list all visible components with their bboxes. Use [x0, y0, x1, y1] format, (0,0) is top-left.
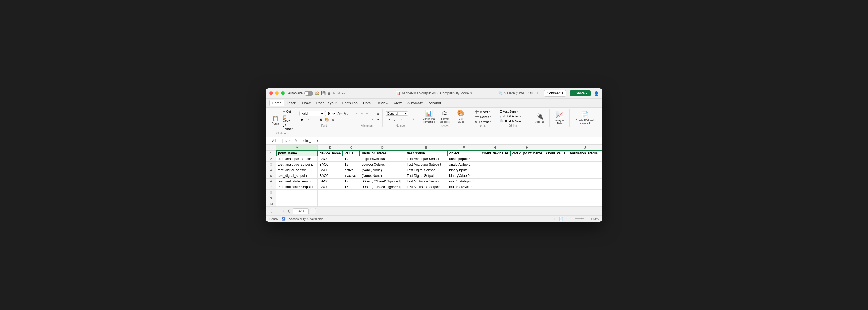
cell[interactable]: [510, 167, 544, 173]
cell[interactable]: cloud_value: [544, 151, 568, 156]
analyse-button[interactable]: 📈 Analyse Data: [553, 111, 567, 125]
cell[interactable]: [510, 190, 544, 195]
cell[interactable]: degreesCelsius: [360, 156, 405, 162]
cell[interactable]: [318, 190, 343, 195]
format-button[interactable]: ⚙ Format ▾: [473, 119, 493, 124]
cell[interactable]: [544, 173, 568, 179]
cell[interactable]: [343, 201, 360, 207]
menu-review[interactable]: Review: [374, 100, 391, 106]
menu-formulas[interactable]: Formulas: [340, 100, 360, 106]
menu-home[interactable]: Home: [269, 100, 284, 106]
col-header-a[interactable]: A: [276, 145, 318, 151]
cell[interactable]: [568, 167, 602, 173]
insert-button[interactable]: ➕ Insert ▾: [473, 109, 493, 114]
cell[interactable]: [510, 184, 544, 190]
cell[interactable]: (None, None): [360, 173, 405, 179]
menu-view[interactable]: View: [392, 100, 404, 106]
cell[interactable]: [510, 201, 544, 207]
cell[interactable]: [510, 173, 544, 179]
wrap-btn[interactable]: ↵: [370, 111, 375, 116]
confirm-formula-icon[interactable]: ✓: [288, 139, 291, 143]
col-header-e[interactable]: E: [405, 145, 447, 151]
addins-button[interactable]: 🔌 Add-ins: [533, 111, 547, 125]
cell[interactable]: 17: [343, 184, 360, 190]
align-center-btn[interactable]: ≡: [359, 117, 364, 122]
cell[interactable]: [480, 195, 510, 201]
menu-data[interactable]: Data: [361, 100, 373, 106]
sort-filter-button[interactable]: ↕ Sort & Filter ▾: [498, 114, 527, 119]
cell[interactable]: [447, 201, 480, 207]
zoom-in-btn[interactable]: +: [587, 217, 588, 221]
cell[interactable]: test_analogue_sensor: [276, 156, 318, 162]
cell[interactable]: 19: [343, 156, 360, 162]
cell[interactable]: Test Analogue Setpoint: [405, 162, 447, 167]
cell[interactable]: Test Digital Sensor: [405, 167, 447, 173]
cell[interactable]: [544, 190, 568, 195]
cell[interactable]: Test Multistate Setpoint: [405, 184, 447, 190]
cell[interactable]: [568, 179, 602, 184]
font-name-select[interactable]: Arial: [299, 111, 324, 116]
cell[interactable]: [480, 184, 510, 190]
cell[interactable]: [568, 190, 602, 195]
cell[interactable]: [480, 179, 510, 184]
sheet-next-btn[interactable]: ⟩: [280, 209, 285, 214]
close-button[interactable]: [269, 91, 273, 95]
comma-btn[interactable]: ,: [392, 116, 397, 122]
sheet-prev-btn[interactable]: ⟨: [274, 209, 279, 214]
fill-color-button[interactable]: 🎨: [324, 117, 330, 123]
cancel-formula-icon[interactable]: ✕: [284, 139, 287, 143]
cell[interactable]: [544, 201, 568, 207]
borders-button[interactable]: ⊞: [318, 117, 323, 123]
cell[interactable]: [510, 179, 544, 184]
menu-page-layout[interactable]: Page Layout: [314, 100, 339, 106]
more-icon[interactable]: ···: [342, 91, 345, 95]
cell[interactable]: [568, 173, 602, 179]
format-painter-button[interactable]: 🖌 Format: [282, 123, 294, 131]
cell[interactable]: [568, 195, 602, 201]
menu-draw[interactable]: Draw: [300, 100, 313, 106]
cell[interactable]: [510, 162, 544, 167]
cell[interactable]: [447, 190, 480, 195]
cell[interactable]: degreesCelsius: [360, 162, 405, 167]
cell[interactable]: [343, 195, 360, 201]
cell[interactable]: cloud_device_id: [480, 151, 510, 156]
add-sheet-button[interactable]: +: [310, 208, 316, 214]
align-right-btn[interactable]: ≡: [365, 117, 370, 122]
zoom-slider[interactable]: ━━━●━: [575, 217, 585, 221]
cell[interactable]: BAC0: [318, 156, 343, 162]
menu-acrobat[interactable]: Acrobat: [426, 100, 443, 106]
cell[interactable]: [360, 190, 405, 195]
cell[interactable]: multiStateValue:0: [447, 184, 480, 190]
menu-insert[interactable]: Insert: [285, 100, 299, 106]
cell[interactable]: [360, 195, 405, 201]
conditional-formatting-button[interactable]: 📊 ConditionalFormatting: [421, 109, 436, 124]
cell[interactable]: value: [343, 151, 360, 156]
cell[interactable]: [480, 162, 510, 167]
cell[interactable]: [480, 190, 510, 195]
italic-button[interactable]: I: [305, 117, 311, 123]
cell[interactable]: [544, 167, 568, 173]
cell[interactable]: BAC0: [318, 179, 343, 184]
increase-font-btn[interactable]: A↑: [337, 111, 342, 116]
cell[interactable]: test_digital_sensor: [276, 167, 318, 173]
menu-automate[interactable]: Automate: [405, 100, 425, 106]
cell[interactable]: [568, 184, 602, 190]
cell[interactable]: [343, 190, 360, 195]
comments-button[interactable]: Comments: [544, 90, 566, 97]
cell[interactable]: [276, 190, 318, 195]
cell[interactable]: analogInput:0: [447, 156, 480, 162]
delete-button[interactable]: ➖ Delete ▾: [473, 114, 493, 119]
cell[interactable]: [276, 201, 318, 207]
cell[interactable]: test_multistate_setpoint: [276, 184, 318, 190]
cell[interactable]: Test Analogue Sensor: [405, 156, 447, 162]
cell[interactable]: [360, 201, 405, 207]
autosave-toggle[interactable]: [304, 91, 313, 96]
cell[interactable]: point_name: [276, 151, 318, 156]
col-header-i[interactable]: I: [544, 145, 568, 151]
col-header-g[interactable]: G: [480, 145, 510, 151]
cell[interactable]: (None, None): [360, 167, 405, 173]
indent-increase-btn[interactable]: →: [375, 117, 380, 122]
cell[interactable]: [318, 195, 343, 201]
cell[interactable]: Test Multistate Sensor: [405, 179, 447, 184]
undo-icon[interactable]: ↩: [333, 91, 336, 95]
